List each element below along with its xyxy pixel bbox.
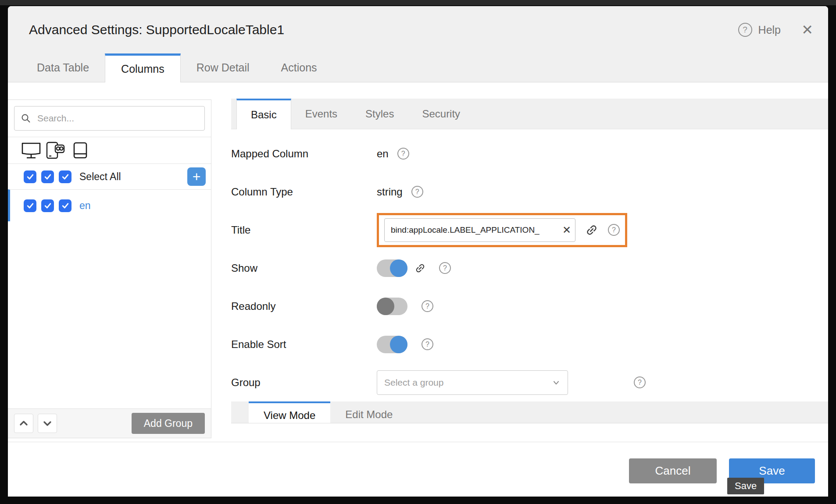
advanced-settings-dialog: Advanced Settings: SupportedLocaleTable1…	[8, 6, 828, 497]
group-select-placeholder: Select a group	[384, 377, 443, 388]
title-row: Title ✕ ?	[231, 211, 828, 249]
columns-list-panel: Select All + en Add Group	[8, 99, 211, 438]
column-row-label[interactable]: en	[79, 200, 91, 212]
move-up-button[interactable]	[14, 414, 33, 433]
detail-tab-bar: Basic Events Styles Security	[231, 99, 828, 129]
tab-events[interactable]: Events	[291, 99, 351, 129]
add-group-button[interactable]: Add Group	[132, 413, 205, 434]
show-help-icon[interactable]: ?	[439, 262, 451, 274]
enable-sort-toggle[interactable]	[377, 336, 407, 353]
save-tooltip: Save	[727, 478, 764, 494]
en-tablet-checkbox[interactable]	[41, 199, 54, 212]
chevron-up-icon	[18, 418, 29, 429]
tablet-icon	[46, 141, 68, 160]
move-down-button[interactable]	[38, 414, 57, 433]
mode-tab-bar: View Mode Edit Mode	[231, 401, 828, 423]
select-all-phone-checkbox[interactable]	[59, 170, 71, 183]
tab-basic[interactable]: Basic	[236, 99, 291, 129]
column-list-empty-space	[8, 221, 211, 408]
column-type-help-icon[interactable]: ?	[411, 186, 423, 198]
dialog-title: Advanced Settings: SupportedLocaleTable1	[29, 6, 284, 53]
tab-actions[interactable]: Actions	[265, 53, 333, 82]
select-all-tablet-checkbox[interactable]	[41, 170, 54, 183]
add-column-button[interactable]: +	[187, 167, 206, 186]
title-bind-link-icon[interactable]	[582, 220, 601, 239]
column-row-en[interactable]: en	[8, 189, 211, 221]
help-button[interactable]: ? Help	[738, 6, 781, 53]
tab-columns[interactable]: Columns	[105, 53, 181, 82]
column-type-label: Column Type	[231, 186, 377, 198]
en-desktop-checkbox[interactable]	[24, 199, 36, 212]
title-input[interactable]	[384, 218, 575, 242]
device-columns-header	[8, 137, 211, 163]
en-phone-checkbox[interactable]	[59, 199, 71, 212]
dialog-header: Advanced Settings: SupportedLocaleTable1…	[8, 6, 828, 53]
group-label: Group	[231, 376, 377, 389]
show-label: Show	[231, 262, 377, 274]
show-row: Show ?	[231, 249, 828, 287]
search-box[interactable]	[14, 106, 205, 131]
desktop-icon	[21, 142, 41, 159]
mapped-column-help-icon[interactable]: ?	[397, 148, 409, 160]
close-icon[interactable]: ✕	[801, 6, 813, 53]
dialog-footer: Cancel Save	[8, 442, 828, 497]
readonly-toggle[interactable]	[377, 298, 407, 315]
show-bind-link-icon[interactable]	[412, 260, 429, 276]
phone-icon	[73, 141, 89, 160]
chevron-down-icon	[42, 418, 53, 429]
enable-sort-row: Enable Sort ?	[231, 325, 828, 363]
show-toggle-knob	[390, 259, 407, 277]
title-highlight-box: ✕ ?	[377, 213, 627, 247]
column-detail-panel: Basic Events Styles Security Mapped Colu…	[231, 82, 828, 423]
tab-data-table[interactable]: Data Table	[21, 53, 105, 82]
group-row: Group Select a group ?	[231, 363, 828, 401]
tab-view-mode[interactable]: View Mode	[249, 401, 330, 423]
readonly-row: Readonly ?	[231, 287, 828, 325]
select-chevron-down-icon	[552, 378, 561, 387]
tab-security[interactable]: Security	[408, 99, 474, 129]
enable-sort-label: Enable Sort	[231, 338, 377, 351]
title-label: Title	[231, 224, 377, 236]
group-help-icon[interactable]: ?	[634, 376, 646, 388]
clear-title-icon[interactable]: ✕	[562, 224, 571, 236]
column-type-value: string	[377, 186, 403, 198]
enable-sort-help-icon[interactable]: ?	[422, 338, 433, 350]
title-help-icon[interactable]: ?	[608, 224, 620, 236]
readonly-help-icon[interactable]: ?	[422, 300, 433, 312]
search-input[interactable]	[36, 113, 198, 124]
select-all-row: Select All +	[8, 163, 211, 189]
show-toggle[interactable]	[377, 259, 407, 277]
tab-edit-mode[interactable]: Edit Mode	[330, 401, 407, 423]
page-background-strip	[0, 0, 836, 5]
search-icon	[21, 113, 31, 124]
enable-sort-toggle-knob	[390, 336, 407, 353]
mapped-column-row: Mapped Column en ?	[231, 135, 828, 173]
readonly-label: Readonly	[231, 300, 377, 312]
column-type-row: Column Type string ?	[231, 173, 828, 211]
cancel-button[interactable]: Cancel	[629, 458, 717, 483]
help-label[interactable]: Help	[758, 24, 781, 36]
tab-row-detail[interactable]: Row Detail	[181, 53, 265, 82]
main-tab-bar: Data Table Columns Row Detail Actions	[8, 53, 828, 82]
title-input-wrap: ✕	[384, 218, 575, 242]
group-select[interactable]: Select a group	[377, 370, 568, 395]
mapped-column-label: Mapped Column	[231, 148, 377, 160]
mapped-column-value: en	[377, 148, 389, 160]
select-all-label: Select All	[79, 171, 121, 183]
select-all-desktop-checkbox[interactable]	[24, 170, 36, 183]
columns-panel-footer: Add Group	[8, 408, 211, 438]
basic-settings-form: Mapped Column en ? Column Type string ? …	[231, 129, 828, 423]
tab-styles[interactable]: Styles	[351, 99, 408, 129]
help-question-icon[interactable]: ?	[738, 23, 752, 37]
readonly-toggle-knob	[377, 298, 394, 315]
